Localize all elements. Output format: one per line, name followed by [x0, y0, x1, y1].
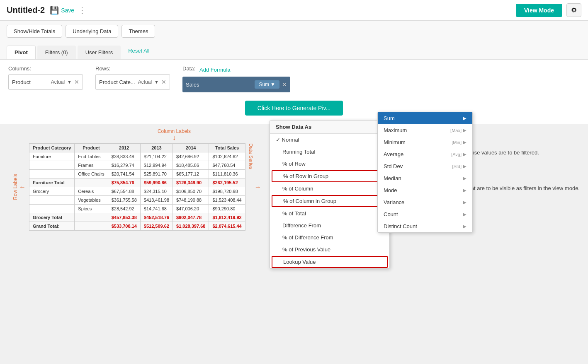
data-field-name: Sales [186, 82, 252, 88]
table-row: Office Chairs$20,741.54$25,891.70$65,177… [29, 170, 245, 178]
show-data-menu-item[interactable]: % of Row [270, 158, 389, 170]
data-series-text: Data Series [248, 143, 254, 231]
table-row: Frames$16,279.74$12,994.94$18,485.86$47,… [29, 161, 245, 170]
sum-menu: Sum▶Maximum[Max]▶Minimum[Min]▶Average[Av… [377, 112, 473, 233]
table-row: Grocery Total$457,853.38$452,518.76$902,… [29, 213, 245, 222]
show-data-menu: Show Data As ✓ NormalRunning Total% of R… [270, 120, 390, 269]
tab-filters[interactable]: Filters (0) [37, 46, 76, 59]
column-field-name: Product [12, 79, 49, 85]
show-data-menu-item[interactable]: Running Total [270, 146, 389, 158]
sum-menu-item-arrow-icon: ▶ [463, 200, 467, 205]
sum-menu-item-arrow-icon: ▶ [463, 176, 467, 181]
tab-bar: Pivot Filters (0) User Filters Reset All [0, 42, 588, 60]
view-mode-button[interactable]: View Mode [516, 4, 562, 17]
row-labels-arrow-icon: ← [19, 183, 26, 191]
row-field-name: Product Cate... [99, 79, 136, 85]
sum-menu-item-muted: [Avg] [451, 152, 462, 157]
sum-menu-item-label: Sum [384, 115, 395, 121]
sum-menu-item-label: Median [384, 175, 401, 181]
aggregate-label: Sum [259, 82, 269, 87]
table-row: Grand Total:$533,708.14$512,509.62$1,028… [29, 222, 245, 231]
aggregate-chevron-icon: ▼ [270, 82, 275, 87]
sum-menu-item-muted: [Max] [450, 128, 462, 133]
add-formula-button[interactable]: Add Formula [199, 67, 230, 73]
sum-menu-item-arrow-icon: ▶ [463, 224, 467, 229]
sum-menu-item[interactable]: Distinct Count▶ [378, 220, 472, 232]
tab-user-filters[interactable]: User Filters [78, 46, 121, 59]
sum-menu-item[interactable]: Mode▶ [378, 184, 472, 196]
row-close-icon[interactable]: ✕ [161, 79, 166, 85]
col-header-2012: 2012 [108, 144, 140, 152]
row-field-box[interactable]: Product Cate... Actual ▼ ✕ [95, 74, 170, 90]
table-row: GroceryCereals$67,554.88$24,315.10$106,8… [29, 187, 245, 196]
data-section: Data: Add Formula Sales Sum ▼ ✕ [182, 65, 290, 92]
generate-pivot-button[interactable]: Click Here to Generate Piv... [245, 101, 343, 116]
sum-menu-item-label: Maximum [384, 127, 407, 133]
settings-icon[interactable]: ⚙ [566, 3, 581, 17]
underlying-data-button[interactable]: Underlying Data [66, 25, 118, 38]
column-field-type: Actual [51, 79, 65, 85]
table-row: Vegetables$361,755.58$413,461.98$748,190… [29, 196, 245, 205]
show-data-menu-item[interactable]: Lookup Value [272, 256, 388, 268]
row-labels-text: Row Labels [12, 174, 18, 200]
aggregate-sum-button[interactable]: Sum ▼ [255, 80, 279, 89]
show-data-menu-item[interactable]: ✓ Normal [270, 134, 389, 146]
app-header: Untitled-2 💾 Save ⋮ View Mode ⚙ [0, 0, 588, 21]
reset-all-button[interactable]: Reset All [124, 44, 153, 57]
sum-menu-item-arrow-icon: ▶ [463, 116, 467, 121]
sum-menu-item[interactable]: Sum▶ [378, 112, 472, 124]
column-close-icon[interactable]: ✕ [74, 79, 79, 85]
sum-menu-item-label: Distinct Count [384, 223, 417, 229]
show-data-menu-item[interactable]: % of Total [270, 207, 389, 219]
show-hide-totals-button[interactable]: Show/Hide Totals [7, 25, 62, 38]
sum-menu-item-label: Std Dev [384, 163, 403, 169]
table-row: FurnitureEnd Tables$38,833.48$21,104.22$… [29, 152, 245, 161]
table-row: Furniture Total$75,854.76$59,990.86$126,… [29, 178, 245, 187]
themes-button[interactable]: Themes [121, 25, 155, 38]
show-data-menu-item[interactable]: % of Previous Value [270, 243, 389, 256]
sum-menu-item[interactable]: Variance▶ [378, 196, 472, 208]
data-field-box[interactable]: Sales Sum ▼ ✕ [182, 77, 290, 92]
sum-menu-item-label: Average [384, 151, 403, 157]
app-title: Untitled-2 [7, 5, 45, 15]
sum-menu-item-muted: [Std] [452, 164, 462, 169]
sum-menu-item-arrow-icon: ▶ [463, 212, 467, 217]
col-header-total: Total Sales [209, 144, 245, 152]
col-header-2013: 2013 [140, 144, 173, 152]
data-series-arrow-icon: → [255, 183, 261, 191]
show-data-menu-item[interactable]: % of Difference From [270, 231, 389, 243]
rows-section: Rows: Product Cate... Actual ▼ ✕ [95, 65, 170, 90]
sum-menu-item[interactable]: Maximum[Max]▶ [378, 124, 472, 136]
sum-menu-item-arrow-icon: ▶ [463, 128, 467, 133]
data-field-close-icon[interactable]: ✕ [282, 81, 287, 88]
show-data-menu-item[interactable]: % of Column [270, 183, 389, 195]
show-data-menu-item[interactable]: % of Row in Group [272, 170, 388, 182]
table-row: Spices$28,542.92$14,741.68$47,006.20$90,… [29, 205, 245, 213]
column-labels-arrow-icon: ↓ [173, 134, 176, 142]
col-header-2014: 2014 [173, 144, 209, 152]
column-field-box[interactable]: Product Actual ▼ ✕ [8, 74, 83, 90]
row-chevron-icon[interactable]: ▼ [154, 80, 159, 84]
sum-menu-item[interactable]: Minimum[Min]▶ [378, 136, 472, 148]
sum-menu-item-arrow-icon: ▶ [463, 164, 467, 169]
sum-menu-item-label: Variance [384, 199, 404, 205]
sum-menu-item[interactable]: Std Dev[Std]▶ [378, 160, 472, 172]
show-data-menu-item[interactable]: % of Column in Group [272, 195, 388, 207]
sum-menu-item-arrow-icon: ▶ [463, 140, 467, 145]
sum-menu-item-muted: [Min] [452, 140, 462, 145]
tab-pivot[interactable]: Pivot [7, 46, 36, 59]
pivot-table: Product Category Product 2012 2013 2014 … [29, 143, 245, 231]
show-data-menu-header: Show Data As [270, 121, 389, 134]
sum-menu-item-arrow-icon: ▶ [463, 188, 467, 193]
sum-menu-item-arrow-icon: ▶ [463, 152, 467, 157]
more-options-icon[interactable]: ⋮ [78, 6, 86, 15]
sum-menu-item[interactable]: Median▶ [378, 172, 472, 184]
pivot-config-area: Columns: Product Actual ▼ ✕ Rows: Produc… [0, 60, 588, 124]
column-chevron-icon[interactable]: ▼ [67, 80, 72, 84]
sum-menu-item[interactable]: Count▶ [378, 208, 472, 220]
show-data-menu-item[interactable]: Difference From [270, 219, 389, 231]
data-label: Data: [182, 65, 195, 72]
save-button[interactable]: 💾 Save [50, 6, 74, 15]
sum-menu-item[interactable]: Average[Avg]▶ [378, 148, 472, 160]
col-header-category: Product Category [29, 144, 75, 152]
